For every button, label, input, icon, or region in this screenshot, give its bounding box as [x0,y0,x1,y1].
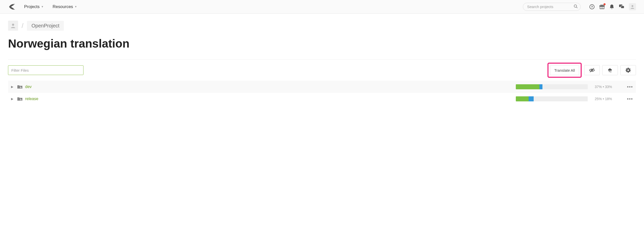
bell-icon[interactable] [609,4,614,10]
folder-branch-icon [17,97,23,101]
progress-approved [516,96,529,101]
folder-branch-icon [17,85,23,89]
file-name[interactable]: release [25,97,38,101]
main-content: / OpenProject Norwegian translation Tran… [0,14,644,112]
file-name[interactable]: dev [25,85,32,89]
nav-resources[interactable]: Resources ▼ [53,4,77,9]
breadcrumb-project[interactable]: OpenProject [27,21,64,31]
visibility-button[interactable] [584,65,600,75]
file-list: ▶dev37% • 33%•••▶release25% • 18%••• [8,81,636,105]
notification-dot [604,3,606,5]
progress-approved [516,84,539,89]
messages-icon[interactable] [619,4,624,9]
sync-button[interactable] [602,65,618,75]
svg-point-10 [12,24,14,26]
eye-off-icon [589,68,595,73]
caret-down-icon: ▼ [41,5,43,8]
top-bar: Projects ▼ Resources ▼ ? [0,0,644,14]
svg-point-9 [632,5,633,7]
progress-stats: 37% • 33% [588,85,620,89]
logo[interactable] [8,3,17,11]
svg-line-12 [590,68,594,72]
translate-all-highlight: Translate All [547,63,582,78]
cloud-sync-icon [607,68,613,73]
progress-translated [539,84,542,89]
row-menu-icon[interactable]: ••• [620,84,633,90]
svg-text:?: ? [591,5,593,9]
svg-point-13 [627,69,629,71]
gift-icon[interactable] [599,4,605,10]
toolbar: Translate All [8,59,636,81]
progress-stats: 25% • 18% [588,97,620,101]
progress-bar [516,96,588,101]
translate-all-button[interactable]: Translate All [550,65,579,75]
expand-icon[interactable]: ▶ [11,97,16,101]
nav-resources-label: Resources [53,4,73,9]
user-avatar[interactable] [629,3,636,10]
caret-down-icon: ▼ [75,5,77,8]
progress-bar [516,84,588,89]
expand-icon[interactable]: ▶ [11,85,16,89]
translate-all-label: Translate All [554,68,575,72]
page-title: Norwegian translation [8,37,636,50]
progress-translated [529,96,534,101]
search-wrap [523,3,581,11]
breadcrumb-separator: / [22,22,23,30]
settings-button[interactable] [620,65,636,75]
gear-icon [625,67,631,73]
row-menu-icon[interactable]: ••• [620,96,633,102]
svg-rect-8 [621,6,624,8]
breadcrumb: / OpenProject [8,21,636,31]
project-avatar[interactable] [8,21,18,31]
help-icon[interactable]: ? [589,4,595,10]
file-row: ▶dev37% • 33%••• [8,81,636,93]
search-input[interactable] [523,3,581,11]
filter-files-input[interactable] [8,65,83,75]
nav-projects-label: Projects [24,4,39,9]
file-row: ▶release25% • 18%••• [8,93,636,105]
nav-projects[interactable]: Projects ▼ [24,4,43,9]
